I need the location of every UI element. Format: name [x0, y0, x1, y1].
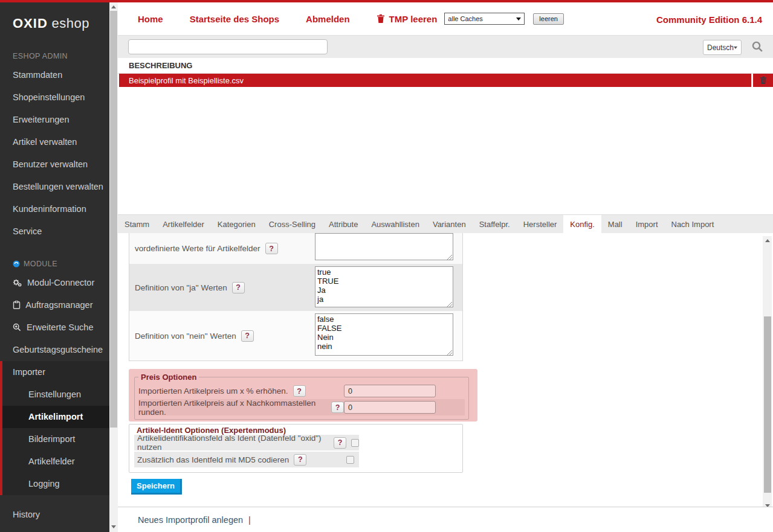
top-navigation: Home Startseite des Shops Abmelden TMP l… [118, 2, 773, 35]
list-row-selected[interactable]: Beispielprofil mit Beispielliste.csv [119, 74, 751, 87]
sidebar-item-service[interactable]: Service [0, 220, 109, 243]
save-button[interactable]: Speichern [131, 479, 182, 495]
nein-werte-textarea[interactable]: false FALSE Nein nein [315, 313, 453, 356]
form-row-ident-nutzen: Artikelidentifikationsfeld als Ident (Da… [134, 435, 359, 450]
cache-select-value: alle Caches [448, 15, 482, 22]
sidebar-item-artikelfelder[interactable]: Artikelfelder [2, 450, 109, 473]
importer-menu-group: Importer Einstellungen Artikelimport Bil… [0, 361, 109, 495]
sidebar-scroll-down-arrow[interactable] [109, 522, 118, 531]
sidebar-item-auftragsmanager[interactable]: Auftragsmanager [0, 294, 109, 316]
nav-logout-link[interactable]: Abmelden [306, 14, 350, 24]
preis-optionen-highlight: Preis Optionen Importierten Artikelpreis… [129, 369, 477, 421]
tab-import[interactable]: Import [629, 215, 665, 233]
form-row-vordefinierte-werte: vordefinierte Werte für Artikelfelder ? [129, 233, 462, 264]
tab-varianten[interactable]: Varianten [426, 215, 473, 233]
search-bar: Deutsch [118, 35, 773, 58]
tab-auswahllisten[interactable]: Auswahllisten [364, 215, 426, 233]
preis-erhoehen-input[interactable] [344, 385, 436, 397]
tab-mall[interactable]: Mall [601, 215, 629, 233]
tab-staffelpr[interactable]: Staffelpr. [473, 215, 517, 233]
content-scrollbar[interactable] [763, 236, 772, 510]
help-button[interactable]: ? [331, 402, 344, 413]
sidebar-item-geburtstagsgutscheine[interactable]: Geburtstagsgutscheine [0, 339, 109, 361]
tab-nach-import[interactable]: Nach Import [665, 215, 721, 233]
sidebar-scrollbar-thumb[interactable] [110, 11, 117, 428]
logo-eshop: eshop [51, 16, 89, 31]
erweiterte-suche-label: Erweiterte Suche [27, 322, 93, 332]
tab-kategorien[interactable]: Kategorien [211, 215, 262, 233]
tmp-leeren-link[interactable]: TMP leeren [377, 14, 438, 24]
sidebar-item-history[interactable]: History [0, 504, 109, 526]
tab-attribute[interactable]: Attribute [322, 215, 364, 233]
config-form-table: vordefinierte Werte für Artikelfelder ? … [129, 233, 463, 361]
clear-cache-button[interactable]: leeren [533, 13, 564, 25]
sidebar-section-eshop-admin: ESHOP ADMIN [0, 43, 109, 64]
sidebar-scrollbar[interactable] [109, 2, 118, 532]
sidebar-item-artikel-verwalten[interactable]: Artikel verwalten [0, 131, 109, 153]
language-select[interactable]: Deutsch [703, 40, 742, 55]
tab-konfig[interactable]: Konfig. [563, 215, 601, 233]
vordefinierte-werte-textarea[interactable] [315, 233, 453, 260]
help-button[interactable]: ? [265, 243, 278, 254]
tab-hersteller[interactable]: Hersteller [517, 215, 564, 233]
help-button[interactable]: ? [293, 385, 306, 397]
content-scrollbar-thumb[interactable] [764, 316, 771, 493]
tab-cross-selling[interactable]: Cross-Selling [262, 215, 322, 233]
cache-select[interactable]: alle Caches [444, 13, 525, 25]
nav-shop-start-link[interactable]: Startseite des Shops [190, 14, 279, 24]
sidebar-item-kundeninformation[interactable]: Kundeninformation [0, 198, 109, 220]
sidebar-scroll-up-arrow[interactable] [109, 2, 118, 11]
sidebar-item-stammdaten[interactable]: Stammdaten [0, 64, 109, 86]
logo-oxid: OXID [13, 16, 48, 31]
sidebar-item-importer[interactable]: Importer [2, 361, 109, 383]
tmp-leeren-label: TMP leeren [389, 14, 438, 24]
sidebar-item-erweiterte-suche[interactable]: Erweiterte Suche [0, 316, 109, 339]
field-label: Zusätzlich das Identfeld mit MD5 codiere… [137, 455, 289, 464]
module-label: MODULE [24, 260, 57, 268]
sidebar-item-bilderimport[interactable]: Bilderimport [2, 428, 109, 450]
field-label: Definition von "nein" Werten [135, 332, 236, 341]
gears-icon [13, 279, 22, 287]
sidebar-item-logging[interactable]: Logging [2, 473, 109, 495]
geburtstagsgutscheine-label: Geburtstagsgutscheine [13, 345, 103, 354]
profile-list: Beispielprofil mit Beispielliste.csv [119, 74, 773, 87]
tab-artikelfelder[interactable]: Artikelfelder [156, 215, 211, 233]
ident-nutzen-checkbox[interactable] [351, 439, 359, 447]
sidebar-item-bestellungen-verwalten[interactable]: Bestellungen verwalten [0, 176, 109, 198]
oxid-logo: OXID eshop [0, 2, 109, 43]
field-label: Importierten Artikelpreis um x % erhöhen… [138, 386, 288, 396]
md5-codieren-checkbox[interactable] [346, 456, 354, 464]
tab-content-konfig: vordefinierte Werte für Artikelfelder ? … [118, 233, 773, 509]
help-button[interactable]: ? [241, 330, 254, 342]
sidebar-item-einstellungen[interactable]: Einstellungen [2, 383, 109, 406]
nav-home-link[interactable]: Home [138, 14, 163, 24]
sidebar-item-erweiterungen[interactable]: Erweiterungen [0, 109, 109, 131]
help-button[interactable]: ? [334, 437, 346, 449]
top-red-bar [0, 0, 773, 2]
search-icon[interactable] [752, 41, 763, 53]
form-row-ja-werte: Definition von "ja" Werten ? true TRUE J… [129, 264, 462, 311]
form-row-preis-erhoehen: Importierten Artikelpreis um x % erhöhen… [138, 383, 465, 399]
main-area: Home Startseite des Shops Abmelden TMP l… [118, 2, 773, 532]
delete-row-button[interactable] [753, 74, 773, 87]
sidebar-section-module: MODULE [0, 251, 109, 272]
preis-runden-input[interactable] [344, 401, 436, 414]
sidebar: OXID eshop ESHOP ADMIN Stammdaten Shopei… [0, 2, 109, 532]
field-label: Definition von "ja" Werten [135, 283, 227, 292]
chevron-down-icon [734, 46, 737, 49]
help-button[interactable]: ? [294, 454, 306, 466]
new-import-profile-link[interactable]: Neues Importprofil anlegen [138, 515, 243, 525]
footer-bar: Neues Importprofil anlegen | [118, 507, 773, 532]
help-button[interactable]: ? [232, 282, 245, 293]
edition-label: Community Edition 6.1.4 [656, 14, 762, 25]
sidebar-item-modul-connector[interactable]: Modul-Connector [0, 272, 109, 294]
sidebar-item-benutzer-verwalten[interactable]: Benutzer verwalten [0, 153, 109, 176]
ja-werte-textarea[interactable]: true TRUE Ja ja [315, 266, 453, 307]
tab-stamm[interactable]: Stamm [118, 215, 156, 233]
sidebar-item-artikelimport[interactable]: Artikelimport [2, 406, 109, 428]
module-icon [13, 260, 20, 268]
content-scroll-up-arrow[interactable] [763, 236, 772, 245]
search-input[interactable] [128, 39, 328, 54]
list-column-header[interactable]: BESCHREIBUNG [118, 58, 773, 74]
sidebar-item-shopeinstellungen[interactable]: Shopeinstellungen [0, 86, 109, 109]
